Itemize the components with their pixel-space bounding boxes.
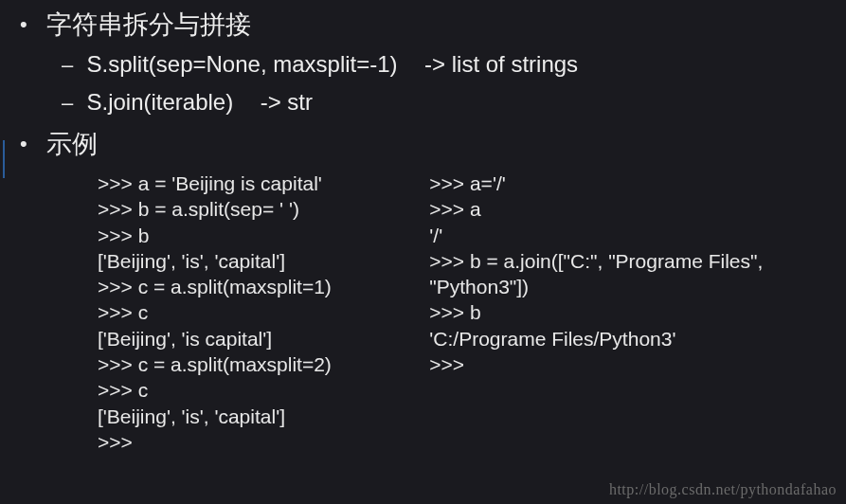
heading-example: 示例 (46, 130, 98, 158)
method-split-ret: -> list of strings (424, 51, 578, 77)
left-border (3, 140, 5, 178)
method-split: S.split(sep=None, maxsplit=-1) -> list o… (82, 51, 846, 78)
method-join: S.join(iterable) -> str (82, 89, 846, 116)
code-right: >>> a='/' >>> a '/' >>> b = a.join(["C:"… (429, 171, 846, 455)
code-left: >>> a = 'Beijing is capital' >>> b = a.s… (98, 171, 378, 455)
method-split-sig: S.split(sep=None, maxsplit=-1) (86, 51, 397, 77)
code-columns: >>> a = 'Beijing is capital' >>> b = a.s… (43, 171, 846, 455)
method-list: S.split(sep=None, maxsplit=-1) -> list o… (43, 51, 846, 116)
slide-content: 字符串拆分与拼接 S.split(sep=None, maxsplit=-1) … (3, 8, 846, 455)
method-join-sig: S.join(iterable) (86, 89, 233, 115)
watermark: http://blog.csdn.net/pythondafahao (609, 481, 837, 498)
heading-split-join: 字符串拆分与拼接 (46, 10, 251, 39)
method-join-ret: -> str (261, 89, 313, 115)
